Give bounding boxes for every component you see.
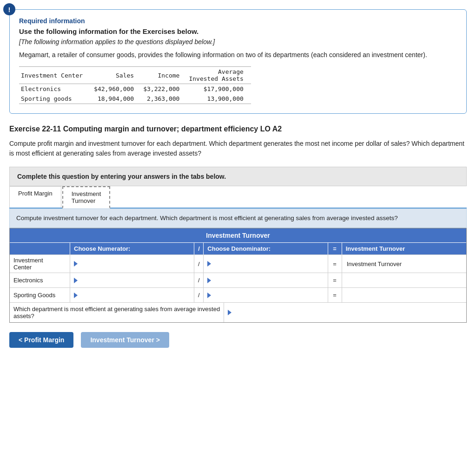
col2-header: Sales	[92, 67, 141, 84]
col3-header: Income	[141, 67, 187, 84]
table-row-electronics: Electronics / =	[10, 273, 466, 287]
row-denominator-sport	[204, 288, 328, 302]
triangle-icon	[207, 293, 211, 298]
header-col5: =	[328, 243, 342, 254]
row-numerator-elec	[70, 273, 194, 287]
numerator-input-ic[interactable]	[79, 260, 190, 268]
triangle-icon	[74, 261, 78, 267]
row-numerator-sport	[70, 288, 194, 302]
which-answer-input[interactable]	[233, 309, 463, 316]
table-row-sporting-goods: Sporting Goods / =	[10, 287, 466, 302]
triangle-icon	[207, 278, 211, 283]
center-cell: Electronics	[19, 84, 92, 94]
triangle-icon	[74, 293, 78, 298]
equals-ic: =	[328, 255, 342, 273]
result-input-elec[interactable]	[346, 276, 463, 285]
which-department-row: Which department is most efficient at ge…	[10, 302, 466, 322]
triangle-icon	[228, 310, 231, 315]
triangle-icon	[74, 278, 78, 283]
header-col3: /	[194, 243, 204, 254]
tab-investment-turnover[interactable]: InvestmentTurnover	[62, 186, 111, 208]
investment-turnover-table: Investment Turnover Choose Numerator: / …	[9, 228, 467, 323]
info-description: Megamart, a retailer of consumer goods, …	[19, 50, 457, 60]
back-button[interactable]: < Profit Margin	[9, 332, 73, 348]
numerator-input-elec[interactable]	[79, 276, 190, 285]
result-input-sport[interactable]	[346, 291, 463, 300]
which-answer-cell	[224, 303, 466, 322]
row-result-ic	[342, 255, 466, 273]
table-header-row: Choose Numerator: / Choose Denominator: …	[10, 242, 466, 254]
info-box: ! Required information Use the following…	[9, 9, 467, 114]
divider-ic: /	[194, 255, 204, 273]
income-cell: $3,222,000	[141, 84, 187, 94]
row-numerator-ic	[70, 255, 194, 273]
row-denominator-ic	[204, 255, 328, 273]
col1-header: Investment Center	[19, 67, 92, 84]
header-col4: Choose Denominator:	[204, 243, 328, 254]
use-following-label: Use the following information for the Ex…	[19, 27, 457, 35]
exercise-description: Compute profit margin and investment tur…	[9, 139, 467, 158]
tab-profit-margin[interactable]: Profit Margin	[9, 186, 61, 208]
row-label-sporting: Sporting Goods	[10, 288, 70, 302]
assets-cell: 13,900,000	[187, 94, 251, 104]
numerator-input-sport[interactable]	[79, 291, 190, 300]
assets-cell: $17,900,000	[187, 84, 251, 94]
table-title: Investment Turnover	[10, 228, 466, 242]
nav-buttons: < Profit Margin Investment Turnover >	[9, 332, 467, 348]
equals-elec: =	[328, 273, 342, 287]
sales-cell: 18,904,000	[92, 94, 141, 104]
row-label-investment-center: InvestmentCenter	[10, 255, 70, 273]
row-label-electronics: Electronics	[10, 273, 70, 287]
denominator-input-ic[interactable]	[213, 260, 324, 268]
required-info-label: Required information	[19, 17, 457, 25]
col4-header: AverageInvested Assets	[187, 67, 251, 84]
italic-line-label: [The following information applies to th…	[19, 38, 457, 46]
exercise-title: Exercise 22-11 Computing margin and turn…	[9, 125, 467, 133]
divider-elec: /	[194, 273, 204, 287]
row-result-sport	[342, 288, 466, 302]
row-result-elec	[342, 273, 466, 287]
center-cell: Sporting goods	[19, 94, 92, 104]
info-data-table: Investment Center Sales Income AverageIn…	[19, 66, 251, 104]
tabs-row: Profit Margin InvestmentTurnover	[9, 186, 467, 208]
table-row: Electronics $42,960,000 $3,222,000 $17,9…	[19, 84, 251, 94]
which-label: Which department is most efficient at ge…	[10, 303, 224, 322]
denominator-input-sport[interactable]	[213, 291, 324, 300]
table-row-investment-center: InvestmentCenter / =	[10, 254, 466, 273]
header-col2: Choose Numerator:	[70, 243, 194, 254]
table-row: Sporting goods 18,904,000 2,363,000 13,9…	[19, 94, 251, 104]
sales-cell: $42,960,000	[92, 84, 141, 94]
income-cell: 2,363,000	[141, 94, 187, 104]
header-col6: Investment Turnover	[342, 243, 466, 254]
complete-instruction: Complete this question by entering your …	[9, 167, 467, 186]
header-col1	[10, 243, 70, 254]
triangle-icon	[207, 261, 211, 267]
result-input-ic[interactable]	[346, 260, 463, 268]
blue-description: Compute investment turnover for each dep…	[9, 208, 467, 228]
denominator-input-elec[interactable]	[213, 276, 324, 285]
equals-sport: =	[328, 288, 342, 302]
row-denominator-elec	[204, 273, 328, 287]
alert-icon: !	[3, 3, 15, 15]
divider-sport: /	[194, 288, 204, 302]
next-button[interactable]: Investment Turnover >	[81, 332, 169, 348]
